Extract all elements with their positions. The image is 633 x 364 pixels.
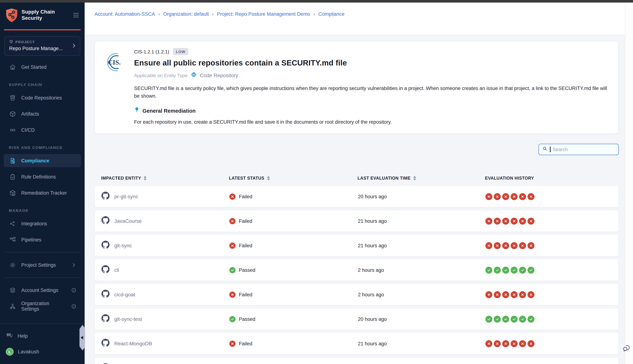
sidebar-item-ci-cd[interactable]: CI/CD <box>4 123 81 136</box>
github-icon <box>101 363 110 364</box>
artifacts-icon <box>9 110 16 118</box>
search-box[interactable] <box>538 144 619 155</box>
code-repositories-icon <box>9 94 16 101</box>
sidebar-item-help[interactable]: ? Help <box>0 332 85 340</box>
sidebar-item-rule-definitions[interactable]: Rule Definitions <box>4 170 81 183</box>
entity-name-link[interactable]: React-MongoDB <box>114 340 152 346</box>
evaluation-pass-icon <box>502 316 509 322</box>
sidebar-item-label: Pipelines <box>21 237 41 242</box>
entity-name-link[interactable]: cicd-goat <box>114 292 135 298</box>
entity-name-link[interactable]: cli <box>114 267 119 273</box>
table-row[interactable]: git-syncFailed21 hours ago <box>95 234 619 256</box>
user-menu[interactable]: L Lavakush <box>0 348 85 356</box>
status-failed-icon <box>229 242 236 248</box>
breadcrumb-link-account[interactable]: Account: Automation-SSCA <box>95 11 155 17</box>
sidebar-item-pipelines[interactable]: Pipelines <box>4 233 81 246</box>
rule-detail-card: CIS. CIS-1.2.1 (1.2.1) LOW Ensure all pu… <box>95 41 619 134</box>
project-selector[interactable]: PROJECT Repo Posture Manage... <box>5 36 80 56</box>
sidebar-item-remediation-tracker[interactable]: Remediation Tracker <box>4 186 81 200</box>
sidebar-item-integrations[interactable]: Integrations <box>4 217 81 230</box>
evaluation-history-cell <box>485 193 618 200</box>
evaluation-pass-icon <box>528 316 534 322</box>
entity-name-link[interactable]: git-sync <box>114 242 132 248</box>
evaluation-fail-icon <box>511 193 518 200</box>
table-row[interactable]: React-MongoDBFailed21 hours ago <box>95 332 619 354</box>
last-evaluation-time-cell: 20 hours ago <box>358 316 485 322</box>
right-scroll-strip[interactable] <box>625 2 633 364</box>
evaluation-history-cell <box>485 291 618 298</box>
sidebar-item-account-settings[interactable]: Account Settings <box>4 284 81 297</box>
column-header-impacted-entity[interactable]: IMPACTED ENTITY <box>101 176 229 180</box>
sidebar-section-header-supply-chain: SUPPLY CHAIN <box>0 82 85 87</box>
evaluation-fail-icon <box>494 242 501 249</box>
table-row[interactable]: pr-git-syncFailed20 hours ago <box>95 186 619 208</box>
breadcrumb: Account: Automation-SSCA›Organization: d… <box>95 11 625 17</box>
breadcrumb-link-compliance[interactable]: Compliance <box>318 11 344 17</box>
latest-status-cell: Failed <box>229 242 358 248</box>
evaluation-pass-icon <box>511 266 518 274</box>
table-row-partial[interactable]: Passed <box>95 357 619 364</box>
entity-name-link[interactable]: git-sync-test <box>114 316 142 322</box>
rule-definitions-icon <box>9 173 16 180</box>
evaluation-fail-icon <box>494 340 501 347</box>
search-input[interactable] <box>553 147 607 152</box>
sidebar-item-get-started[interactable]: Get Started <box>4 60 81 74</box>
status-passed-icon <box>229 267 236 273</box>
entity-name-link[interactable]: JavaCourse <box>114 218 142 224</box>
evaluation-fail-icon <box>511 218 518 224</box>
evaluation-history-cell <box>485 340 618 347</box>
help-label: Help <box>18 333 28 339</box>
last-evaluation-time-cell: 21 hours ago <box>358 243 485 248</box>
entity-type-label: Code Repository <box>200 72 238 78</box>
entity-name-link[interactable]: pr-git-sync <box>114 194 138 200</box>
latest-status-cell: Passed <box>229 267 358 273</box>
sort-icon[interactable] <box>267 176 270 180</box>
breadcrumb-separator: › <box>212 11 214 17</box>
project-name: Repo Posture Manage... <box>9 46 76 51</box>
sidebar-collapse-handle[interactable] <box>80 325 85 350</box>
status-label: Passed <box>239 267 255 273</box>
sidebar-item-compliance[interactable]: Compliance <box>4 154 81 167</box>
column-header-last-evaluation-time[interactable]: LAST EVALUATION TIME <box>357 176 485 180</box>
latest-status-cell: Failed <box>229 193 358 200</box>
breadcrumb-link-project[interactable]: Project: Repo Posture Management Demo <box>217 11 310 17</box>
evaluation-history-cell <box>485 242 618 249</box>
sidebar-item-organization-settings[interactable]: Organization Settings <box>4 300 81 313</box>
sort-icon[interactable] <box>144 176 147 180</box>
table-row[interactable]: JavaCourseFailed21 hours ago <box>95 210 619 232</box>
evaluation-fail-icon <box>528 218 534 224</box>
latest-status-cell: Passed <box>229 316 358 322</box>
info-icon[interactable] <box>71 304 77 309</box>
code-repository-diamond-icon: </> <box>190 71 197 80</box>
sidebar-nav: Get StartedSUPPLY CHAINCode Repositories… <box>0 60 85 246</box>
last-evaluation-time-cell: 2 hours ago <box>358 292 485 297</box>
evaluation-pass-icon <box>485 266 492 274</box>
column-header-latest-status[interactable]: LATEST STATUS <box>229 176 357 180</box>
info-icon[interactable] <box>71 287 77 293</box>
brand-title: Supply Chain Security <box>22 9 55 21</box>
cube-icon <box>9 40 13 44</box>
impacted-entity-cell <box>101 363 229 364</box>
brand-title-line2: Security <box>22 15 55 21</box>
status-failed-icon <box>229 340 236 346</box>
text-caret <box>550 147 550 152</box>
chat-support-icon[interactable] <box>622 342 632 353</box>
breadcrumb-separator: › <box>158 11 160 17</box>
brand-title-line1: Supply Chain <box>22 9 55 15</box>
breadcrumb-link-organization[interactable]: Organization: default <box>163 11 209 17</box>
sidebar-item-project-settings[interactable]: Project Settings <box>4 258 81 272</box>
sidebar-item-label: Get Started <box>21 64 47 70</box>
sort-icon[interactable] <box>413 176 416 180</box>
grid-icon[interactable] <box>73 12 79 20</box>
sidebar-item-artifacts[interactable]: Artifacts <box>4 107 81 120</box>
evaluation-fail-icon <box>511 291 518 298</box>
window-top-strip <box>0 0 633 2</box>
sidebar-item-label: CI/CD <box>21 127 35 132</box>
table-row[interactable]: cliPassed2 hours ago <box>95 259 619 281</box>
sidebar-item-code-repositories[interactable]: Code Repositories <box>4 91 81 104</box>
gear-icon <box>9 261 16 268</box>
table-row[interactable]: git-sync-testPassed20 hours ago <box>95 308 619 330</box>
evaluation-pass-icon <box>494 266 501 274</box>
evaluation-fail-icon <box>528 242 534 249</box>
table-row[interactable]: cicd-goatFailed2 hours ago <box>95 284 619 306</box>
